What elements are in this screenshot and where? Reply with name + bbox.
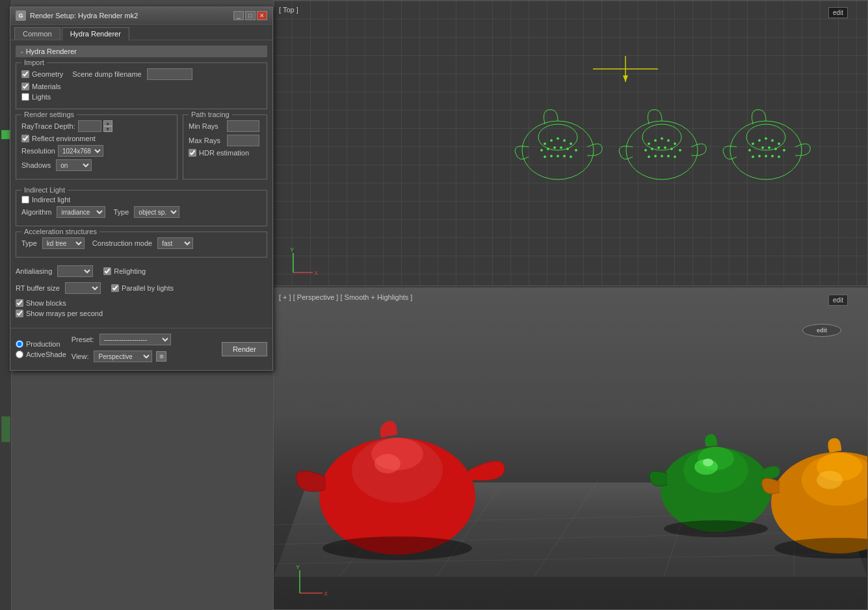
accel-type-dropdown[interactable]: kd tree <box>42 237 85 249</box>
viewport-area: [ Top ] edit <box>273 0 868 610</box>
antialiasing-label: Antialiasing <box>16 267 52 275</box>
minimize-button[interactable]: _ <box>233 11 244 20</box>
acceleration-group-label: Acceleration structures <box>21 228 99 235</box>
render-button[interactable]: Render <box>222 342 267 356</box>
resolution-row: Resolution 1024x768 <box>21 145 172 157</box>
raytrace-depth-down[interactable]: ▼ <box>103 126 112 132</box>
reflect-env-checkbox[interactable] <box>21 135 29 142</box>
show-blocks-label: Show blocks <box>26 299 66 307</box>
min-rays-input[interactable]: 8 <box>227 120 259 132</box>
viewport-top-label: [ Top ] <box>279 6 298 14</box>
preset-row: Preset: -------------------- <box>72 334 171 345</box>
rt-buffer-dropdown[interactable] <box>65 282 101 294</box>
svg-point-26 <box>667 140 669 142</box>
dialog-content: - Hydra Renderer Import Geometry Scene d… <box>10 40 272 328</box>
svg-point-42 <box>758 140 760 142</box>
hdr-checkbox[interactable] <box>189 149 196 157</box>
render-mode-group: Production ActiveShade <box>16 340 66 358</box>
resolution-label: Resolution <box>21 147 55 155</box>
svg-point-8 <box>563 140 565 142</box>
materials-checkbox[interactable] <box>21 83 29 90</box>
rt-buffer-label: RT buffer size <box>16 284 60 292</box>
production-radio[interactable] <box>16 340 23 348</box>
viewport-bottom-edit-btn[interactable]: edit <box>828 295 848 306</box>
geometry-checkbox[interactable] <box>21 70 29 78</box>
shadows-dropdown[interactable]: on <box>56 159 92 171</box>
svg-point-78 <box>664 520 768 537</box>
section-header-label: Hydra Renderer <box>26 47 77 55</box>
shadows-label: Shadows <box>21 161 51 169</box>
svg-point-20 <box>570 156 572 158</box>
view-dropdown[interactable]: Perspective <box>94 351 152 362</box>
viewport-top-edit-btn[interactable]: edit <box>828 7 848 18</box>
section-header: - Hydra Renderer <box>16 46 267 57</box>
relighting-checkbox[interactable] <box>103 267 111 275</box>
svg-text:X: X <box>314 270 318 276</box>
svg-point-12 <box>553 147 555 149</box>
indirect-type-dropdown[interactable]: object sp. <box>134 206 179 218</box>
svg-point-49 <box>774 148 776 150</box>
view-settings-icon[interactable]: ⚙ <box>156 351 166 362</box>
indirect-light-checkbox[interactable] <box>21 196 29 204</box>
raytrace-depth-up[interactable]: ▲ <box>103 120 112 126</box>
section-collapse-icon[interactable]: - <box>21 47 23 55</box>
wireframe-teapots-svg <box>506 98 831 215</box>
activeshade-radio[interactable] <box>16 351 23 358</box>
render-settings-group: Render settings RayTrace Depth: 4 ▲ ▼ Re… <box>16 114 178 179</box>
materials-row: Materials <box>21 83 261 90</box>
max-rays-input[interactable]: 500 <box>227 135 259 146</box>
dialog-tabs: Common Hydra Renderer <box>10 25 272 40</box>
rt-buffer-row: RT buffer size <box>16 282 101 294</box>
window-controls: _ □ ✕ <box>233 11 267 20</box>
svg-text:Y: Y <box>290 246 294 253</box>
svg-point-17 <box>550 155 552 157</box>
left-indicator <box>1 130 10 139</box>
tab-hydra-renderer[interactable]: Hydra Renderer <box>62 27 129 40</box>
scene-dump-label: Scene dump filename <box>72 70 141 78</box>
svg-point-6 <box>550 140 552 142</box>
svg-point-33 <box>679 150 681 152</box>
move-gizmo <box>586 53 664 86</box>
parallel-lights-row: Parallel by lights <box>111 282 174 294</box>
preset-dropdown[interactable]: -------------------- <box>99 334 171 345</box>
production-radio-item: Production <box>16 340 66 348</box>
resolution-dropdown[interactable]: 1024x768 <box>58 145 103 157</box>
reflect-env-label: Reflect environment <box>32 135 96 142</box>
dialog-title: Render Setup: Hydra Render mk2 <box>30 12 138 20</box>
indirect-light-group-label: Indirect Light <box>21 186 68 194</box>
show-mrays-row: Show mrays per second <box>16 310 267 317</box>
restore-button[interactable]: □ <box>245 11 256 20</box>
algorithm-dropdown[interactable]: irradiance <box>57 206 105 218</box>
close-button[interactable]: ✕ <box>257 11 267 20</box>
svg-point-29 <box>651 148 653 150</box>
tab-common[interactable]: Common <box>14 27 60 40</box>
svg-point-7 <box>557 138 559 140</box>
raytrace-row: RayTrace Depth: 4 ▲ ▼ <box>21 120 172 132</box>
svg-point-55 <box>778 156 780 158</box>
svg-point-71 <box>375 454 401 473</box>
svg-point-48 <box>768 147 770 149</box>
scene-dump-input[interactable]: C:/[Derp]/plu <box>147 68 192 80</box>
lights-checkbox[interactable] <box>21 93 29 101</box>
svg-point-36 <box>661 155 663 157</box>
hdr-label: HDR estimation <box>199 149 249 157</box>
raytrace-depth-input[interactable]: 4 <box>78 120 101 132</box>
geometry-row: Geometry Scene dump filename C:/[Derp]/p… <box>21 68 261 80</box>
antialiasing-dropdown[interactable] <box>57 265 93 277</box>
geometry-label: Geometry <box>32 70 63 78</box>
construction-dropdown[interactable]: fast <box>157 237 193 249</box>
production-label: Production <box>26 340 60 348</box>
rendered-teapots-svg <box>274 288 867 609</box>
show-mrays-checkbox[interactable] <box>16 310 23 317</box>
show-blocks-checkbox[interactable] <box>16 299 23 307</box>
hdr-row: HDR estimation <box>189 149 261 157</box>
left-indicator2 <box>1 416 10 442</box>
materials-label: Materials <box>32 83 61 90</box>
svg-point-13 <box>560 147 562 149</box>
indirect-type-label: Type <box>113 208 129 216</box>
svg-point-37 <box>667 155 669 157</box>
title-left: G Render Setup: Hydra Render mk2 <box>16 10 138 21</box>
parallel-lights-checkbox[interactable] <box>111 284 119 292</box>
svg-point-77 <box>703 458 713 466</box>
path-tracing-group: Path tracing Min Rays 8 Max Rays 500 HDR… <box>183 114 267 179</box>
